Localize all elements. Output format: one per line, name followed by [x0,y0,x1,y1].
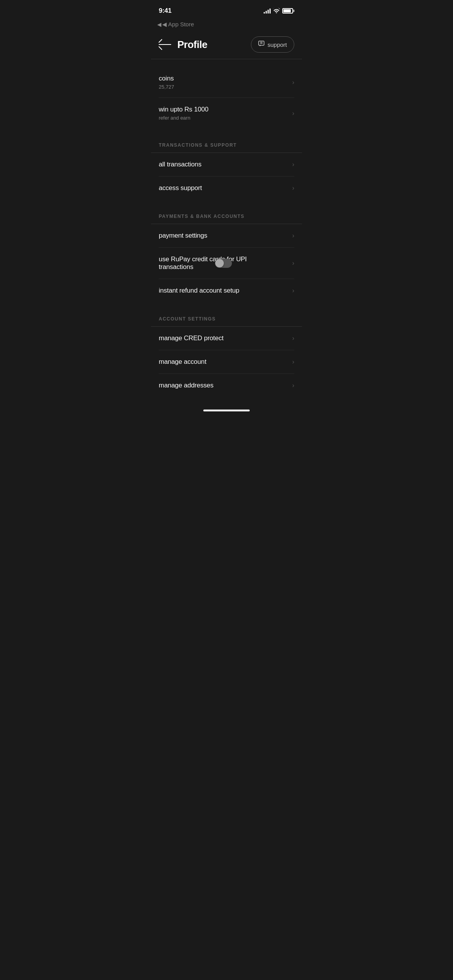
page-title: Profile [177,39,207,51]
signal-icon [264,8,271,14]
chat-icon [258,41,264,48]
chevron-icon: › [292,110,294,117]
chevron-icon: › [292,232,294,239]
payment-settings-title: payment settings [159,232,292,240]
header-divider [151,59,302,59]
chevron-icon: › [292,260,294,267]
payment-settings-item[interactable]: payment settings › [151,224,302,247]
account-settings-header: ACCOUNT SETTINGS [151,310,302,326]
chevron-icon: › [292,335,294,342]
payments-section-header: PAYMENTS & BANK ACCOUNTS [151,207,302,224]
chevron-icon: › [292,358,294,365]
home-bar [203,409,250,411]
rupay-toggle[interactable] [215,259,232,268]
coins-title: coins [159,75,292,82]
app-store-back-arrow: ◀ [157,21,161,27]
back-button[interactable] [159,44,171,45]
payments-bank-section: PAYMENTS & BANK ACCOUNTS payment setting… [151,207,302,302]
chevron-icon: › [292,79,294,86]
coins-value: 25,727 [159,84,292,90]
manage-cred-protect-item[interactable]: manage CRED protect › [151,327,302,350]
manage-account-item[interactable]: manage account › [151,350,302,373]
app-store-back[interactable]: ◀ ◀ App Store [151,19,302,32]
coins-section: coins 25,727 › win upto Rs 1000 refer an… [151,67,302,128]
manage-addresses-item[interactable]: manage addresses › [151,374,302,397]
access-support-item[interactable]: access support › [151,176,302,200]
refer-earn-item[interactable]: win upto Rs 1000 refer and earn › [151,98,302,128]
status-time: 9:41 [159,7,172,15]
chevron-icon: › [292,161,294,168]
battery-icon [282,8,294,14]
refer-subtitle: refer and earn [159,115,292,121]
home-indicator [151,405,302,415]
manage-account-title: manage account [159,358,292,366]
chevron-icon: › [292,287,294,294]
all-transactions-title: all transactions [159,161,292,168]
transactions-support-section: TRANSACTIONS & SUPPORT all transactions … [151,136,302,200]
support-button[interactable]: support [251,36,294,53]
manage-addresses-title: manage addresses [159,382,292,389]
coins-item[interactable]: coins 25,727 › [151,67,302,98]
header: Profile support [151,32,302,59]
refer-title: win upto Rs 1000 [159,106,292,113]
instant-refund-item[interactable]: instant refund account setup › [151,279,302,302]
app-store-label: ◀ App Store [162,21,194,28]
transactions-section-header: TRANSACTIONS & SUPPORT [151,136,302,152]
account-settings-section: ACCOUNT SETTINGS manage CRED protect › m… [151,310,302,397]
header-left: Profile [159,39,207,51]
status-icons [264,8,294,14]
chevron-icon: › [292,382,294,389]
status-bar: 9:41 [151,0,302,19]
wifi-icon [273,8,280,14]
chevron-icon: › [292,185,294,192]
access-support-title: access support [159,184,292,192]
support-label: support [268,41,287,48]
all-transactions-item[interactable]: all transactions › [151,153,302,176]
rupay-item[interactable]: use RuPay credit cards for UPI transacti… [151,248,302,279]
instant-refund-title: instant refund account setup [159,287,292,295]
manage-cred-protect-title: manage CRED protect [159,334,292,342]
